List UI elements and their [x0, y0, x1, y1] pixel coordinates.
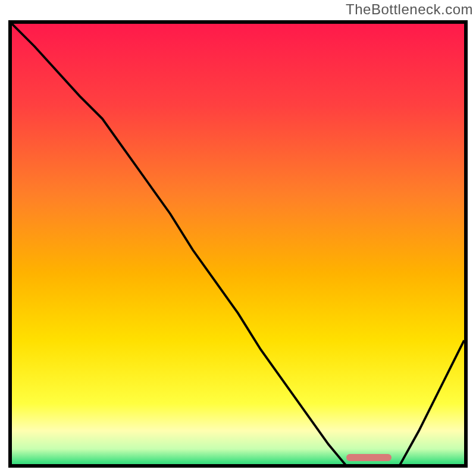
chart-frame	[8, 20, 468, 468]
chart-plot-area	[12, 24, 464, 464]
chart-curve	[12, 24, 464, 464]
watermark-text: TheBottleneck.com	[346, 1, 473, 18]
optimal-range-marker	[346, 454, 392, 461]
